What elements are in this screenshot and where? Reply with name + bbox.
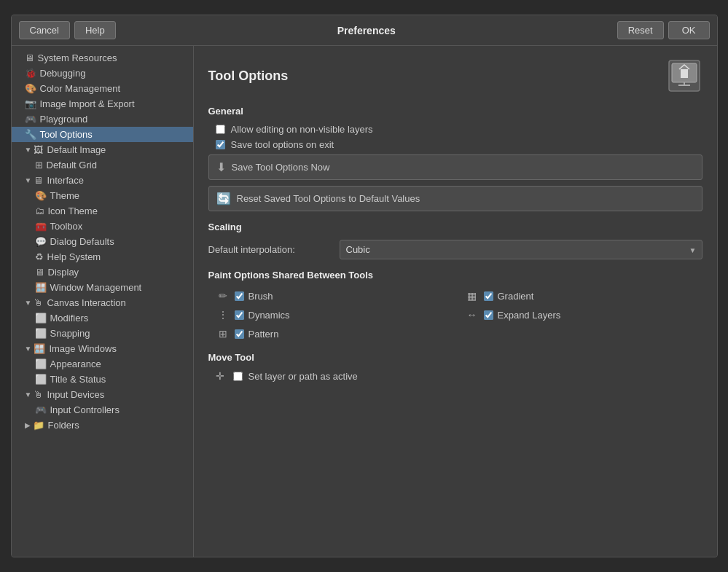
cancel-button[interactable]: Cancel	[19, 21, 70, 39]
sidebar-item-debugging[interactable]: 🐞 Debugging	[12, 66, 193, 81]
gradient-checkbox[interactable]	[484, 291, 493, 301]
folders-icon: 📁	[33, 420, 44, 431]
sidebar-item-theme[interactable]: 🎨 Theme	[12, 188, 193, 203]
move-tool-section-title: Move Tool	[208, 352, 702, 363]
theme-icon: 🎨	[35, 190, 47, 201]
save-tool-options-checkbox[interactable]	[216, 140, 225, 149]
sidebar-item-window-management[interactable]: 🪟 Window Management	[12, 280, 193, 295]
paint-options-section-title: Paint Options Shared Between Tools	[208, 270, 702, 281]
content-area: 🖥 System Resources 🐞 Debugging 🎨 Color M…	[12, 46, 717, 557]
snapping-icon: ⬜	[35, 328, 47, 339]
sidebar-item-snapping[interactable]: ⬜ Snapping	[12, 326, 193, 341]
interface-icon: 🖥	[34, 175, 43, 186]
interpolation-label: Default interpolation:	[208, 244, 332, 255]
sidebar-item-display[interactable]: 🖥 Display	[12, 265, 193, 280]
reset-button[interactable]: Reset	[617, 21, 664, 39]
expand-layers-checkbox[interactable]	[484, 310, 493, 320]
help-button[interactable]: Help	[74, 21, 116, 39]
toolbox-icon: 🧰	[35, 221, 47, 232]
sidebar-item-tool-options[interactable]: 🔧 Tool Options	[12, 127, 193, 142]
paint-option-pattern: ⊞ Pattern	[216, 326, 453, 342]
tool-options-panel-icon	[666, 58, 702, 94]
move-tool-row: ✛ Set layer or path as active	[208, 370, 702, 382]
paint-option-brush: ✏ Brush	[216, 288, 453, 304]
brush-opt-icon: ✏	[216, 290, 230, 302]
expand-canvas-icon: ▼	[25, 299, 32, 307]
display-icon: 🖥	[35, 267, 44, 278]
icon-theme-icon: 🗂	[35, 205, 44, 216]
input-devices-icon: 🖱	[34, 389, 43, 400]
sidebar-item-image-windows[interactable]: ▼ 🪟 Image Windows	[12, 341, 193, 356]
window-title: Preferences	[120, 25, 613, 36]
sidebar-item-help-system[interactable]: ♻ Help System	[12, 249, 193, 265]
default-image-icon: 🖼	[34, 144, 43, 155]
canvas-interaction-icon: 🖱	[34, 297, 43, 308]
sidebar: 🖥 System Resources 🐞 Debugging 🎨 Color M…	[12, 46, 194, 557]
sidebar-item-default-grid[interactable]: ⊞ Default Grid	[12, 157, 193, 173]
save-tool-options-label[interactable]: Save tool options on exit	[231, 139, 334, 150]
sidebar-item-image-import-export[interactable]: 📷 Image Import & Export	[12, 96, 193, 111]
paint-option-expand-layers: ↔ Expand Layers	[465, 307, 702, 323]
expand-default-image-icon: ▼	[25, 146, 32, 154]
sidebar-item-interface[interactable]: ▼ 🖥 Interface	[12, 173, 193, 188]
panel-header: Tool Options	[208, 58, 702, 94]
pattern-opt-icon: ⊞	[216, 328, 230, 340]
paint-option-gradient: ▦ Gradient	[465, 288, 702, 304]
brush-label[interactable]: Brush	[248, 291, 273, 302]
window-management-icon: 🪟	[35, 282, 47, 293]
titlebar: Cancel Help Preferences Reset OK	[12, 15, 717, 46]
color-management-icon: 🎨	[25, 83, 36, 94]
allow-editing-label[interactable]: Allow editing on non-visible layers	[231, 124, 373, 135]
appearance-icon: ⬜	[35, 359, 47, 369]
debugging-icon: 🐞	[25, 68, 36, 79]
input-controllers-icon: 🎮	[35, 404, 47, 415]
reset-saved-tool-options-button[interactable]: 🔄 Reset Saved Tool Options to Default Va…	[208, 186, 702, 211]
sidebar-item-canvas-interaction[interactable]: ▼ 🖱 Canvas Interaction	[12, 295, 193, 310]
paint-option-dynamics: ⋮ Dynamics	[216, 307, 453, 323]
sidebar-item-icon-theme[interactable]: 🗂 Icon Theme	[12, 203, 193, 219]
gradient-label[interactable]: Gradient	[498, 291, 534, 302]
save-tool-options-now-button[interactable]: ⬇ Save Tool Options Now	[208, 154, 702, 180]
modifiers-icon: ⬜	[35, 313, 47, 324]
sidebar-item-title-status[interactable]: ⬜ Title & Status	[12, 372, 193, 387]
set-layer-active-checkbox[interactable]	[233, 372, 243, 381]
sidebar-item-appearance[interactable]: ⬜ Appearance	[12, 356, 193, 372]
image-windows-icon: 🪟	[34, 343, 45, 354]
save-now-icon: ⬇	[216, 160, 226, 174]
playground-icon: 🎮	[25, 114, 36, 125]
interpolation-select-wrap: None Linear Cubic Sinc (Lanczos3) NoHalo…	[340, 240, 702, 259]
expand-layers-label[interactable]: Expand Layers	[498, 310, 561, 321]
pattern-checkbox[interactable]	[235, 329, 244, 339]
panel-title: Tool Options	[208, 68, 289, 84]
sidebar-item-input-devices[interactable]: ▼ 🖱 Input Devices	[12, 387, 193, 402]
dynamics-label[interactable]: Dynamics	[248, 310, 290, 321]
pattern-label[interactable]: Pattern	[248, 329, 279, 340]
main-panel: Tool Options General Allow editing on	[194, 46, 717, 557]
tool-options-icon: 🔧	[25, 129, 36, 140]
svg-rect-4	[681, 69, 688, 78]
allow-editing-checkbox[interactable]	[216, 125, 225, 134]
sidebar-item-color-management[interactable]: 🎨 Color Management	[12, 81, 193, 96]
interpolation-select[interactable]: None Linear Cubic Sinc (Lanczos3) NoHalo…	[340, 240, 702, 259]
paint-options-grid: ✏ Brush ▦ Gradient ⋮ Dynamics ↔	[208, 288, 702, 342]
sidebar-item-input-controllers[interactable]: 🎮 Input Controllers	[12, 402, 193, 418]
sidebar-item-modifiers[interactable]: ⬜ Modifiers	[12, 310, 193, 326]
title-status-icon: ⬜	[35, 374, 47, 385]
dynamics-checkbox[interactable]	[235, 310, 244, 320]
expand-image-windows-icon: ▼	[25, 345, 32, 353]
sidebar-item-system-resources[interactable]: 🖥 System Resources	[12, 50, 193, 66]
allow-editing-row: Allow editing on non-visible layers	[208, 124, 702, 135]
set-layer-active-label[interactable]: Set layer or path as active	[248, 371, 358, 382]
reset-saved-icon: 🔄	[216, 192, 231, 205]
sidebar-item-folders[interactable]: ▶ 📁 Folders	[12, 418, 193, 433]
sidebar-item-playground[interactable]: 🎮 Playground	[12, 111, 193, 127]
expand-input-devices-icon: ▼	[25, 391, 32, 399]
brush-checkbox[interactable]	[235, 291, 244, 301]
default-grid-icon: ⊞	[35, 160, 43, 171]
sidebar-item-toolbox[interactable]: 🧰 Toolbox	[12, 219, 193, 234]
interpolation-row: Default interpolation: None Linear Cubic…	[208, 240, 702, 259]
move-tool-icon: ✛	[216, 370, 224, 382]
sidebar-item-default-image[interactable]: ▼ 🖼 Default Image	[12, 142, 193, 157]
ok-button[interactable]: OK	[668, 21, 710, 39]
sidebar-item-dialog-defaults[interactable]: 💬 Dialog Defaults	[12, 234, 193, 249]
